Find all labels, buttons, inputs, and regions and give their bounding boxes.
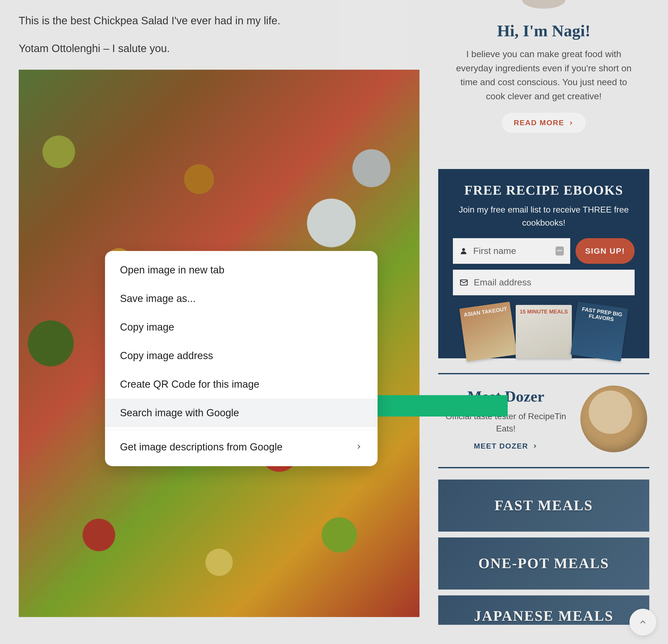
read-more-button[interactable]: READ MORE [502, 113, 586, 133]
chevron-right-icon [532, 443, 538, 449]
category-japanese[interactable]: JAPANESE MEALS [438, 595, 649, 625]
ctx-copy-image[interactable]: Copy image [105, 313, 378, 342]
category-one-pot[interactable]: ONE-POT MEALS [438, 537, 649, 590]
first-name-input[interactable] [473, 246, 550, 256]
signup-button[interactable]: SIGN UP! [576, 238, 635, 264]
meet-dozer-button[interactable]: MEET DOZER [474, 442, 538, 451]
signup-panel: FREE RECIPE EBOOKS Join my free email li… [438, 169, 649, 358]
ctx-divider [105, 430, 378, 430]
author-avatar [510, 0, 577, 13]
ctx-search-google[interactable]: Search image with Google [105, 399, 378, 427]
dozer-photo [580, 386, 647, 452]
first-name-field-wrap[interactable]: ••• [453, 238, 570, 264]
ebook-15-minute[interactable]: 15 MINUTE MEALS [516, 305, 572, 358]
article-line-2: Yotam Ottolenghi – I salute you. [19, 40, 422, 57]
sidebar-divider-2 [438, 467, 649, 468]
ebook-asian-takeout[interactable]: ASIAN TAKEOUT [459, 302, 517, 362]
ctx-open-new-tab[interactable]: Open image in new tab [105, 256, 378, 284]
ebook-fast-prep[interactable]: FAST PREP BIG FLAVORS [571, 302, 628, 362]
user-icon [459, 247, 468, 255]
category-fast-meals[interactable]: FAST MEALS [438, 480, 649, 532]
chevron-right-icon [568, 120, 574, 126]
about-desc: I believe you can make great food with e… [452, 47, 636, 103]
chevron-right-icon [355, 441, 363, 453]
scroll-to-top-button[interactable] [629, 609, 656, 635]
chevron-up-icon [638, 617, 648, 627]
read-more-label: READ MORE [514, 119, 564, 127]
article-intro: This is the best Chickpea Salad I've eve… [19, 12, 422, 57]
signup-desc: Join my free email list to receive THREE… [453, 203, 635, 230]
ctx-save-image-as[interactable]: Save image as... [105, 284, 378, 313]
ctx-create-qr[interactable]: Create QR Code for this image [105, 370, 378, 399]
article-line-1: This is the best Chickpea Salad I've eve… [19, 12, 422, 29]
mail-icon [459, 278, 468, 287]
ctx-get-descriptions[interactable]: Get image descriptions from Google [105, 433, 378, 461]
svg-point-0 [462, 248, 465, 251]
signup-title: FREE RECIPE EBOOKS [453, 182, 635, 198]
image-context-menu: Open image in new tab Save image as... C… [105, 251, 378, 466]
about-title: Hi, I'm Nagi! [452, 21, 636, 40]
keyboard-chip-icon: ••• [556, 247, 564, 255]
about-card: Hi, I'm Nagi! I believe you can make gre… [438, 0, 649, 154]
sidebar: Hi, I'm Nagi! I believe you can make gre… [438, 0, 649, 625]
category-buttons: FAST MEALS ONE-POT MEALS JAPANESE MEALS [438, 480, 649, 625]
ctx-copy-image-address[interactable]: Copy image address [105, 342, 378, 370]
email-field-wrap[interactable] [453, 270, 635, 295]
meet-dozer-label: MEET DOZER [474, 442, 528, 451]
ebook-thumbnails: ASIAN TAKEOUT 15 MINUTE MEALS FAST PREP … [453, 305, 635, 358]
email-input[interactable] [474, 277, 628, 287]
